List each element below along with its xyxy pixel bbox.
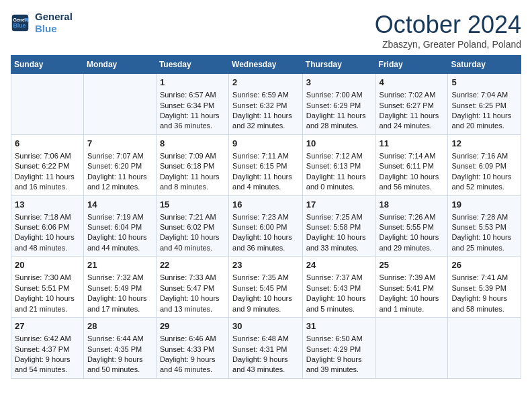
sunset-text: Sunset: 6:04 PM <box>87 223 142 231</box>
daylight-text: Daylight: 11 hours and 24 minutes. <box>380 111 439 130</box>
calendar-cell: 2Sunrise: 6:59 AMSunset: 6:32 PMDaylight… <box>229 74 303 135</box>
daylight-text: Daylight: 10 hours and 29 minutes. <box>380 233 439 251</box>
daylight-text: Daylight: 11 hours and 8 minutes. <box>160 173 220 191</box>
sunset-text: Sunset: 5:49 PM <box>87 284 142 292</box>
sunrise-text: Sunrise: 6:50 AM <box>306 334 363 342</box>
day-number: 25 <box>380 259 445 271</box>
logo-text-blue: Blue <box>35 23 73 35</box>
calendar-cell: 28Sunrise: 6:44 AMSunset: 4:35 PMDayligh… <box>83 318 156 379</box>
calendar-cell: 12Sunrise: 7:16 AMSunset: 6:09 PMDayligh… <box>448 134 521 195</box>
sunrise-text: Sunrise: 7:12 AM <box>306 152 363 160</box>
logo-text-general: General <box>35 11 73 23</box>
sunrise-text: Sunrise: 6:44 AM <box>87 334 144 342</box>
day-number: 7 <box>87 138 152 150</box>
calendar-table: SundayMondayTuesdayWednesdayThursdayFrid… <box>11 55 521 379</box>
calendar-cell: 15Sunrise: 7:21 AMSunset: 6:02 PMDayligh… <box>156 195 228 257</box>
day-number: 27 <box>15 320 80 332</box>
day-number: 26 <box>451 259 517 271</box>
day-number: 18 <box>380 199 445 211</box>
sunset-text: Sunset: 6:25 PM <box>451 101 506 109</box>
sunrise-text: Sunrise: 7:19 AM <box>87 213 144 221</box>
daylight-text: Daylight: 9 hours and 39 minutes. <box>306 355 362 373</box>
calendar-cell: 30Sunrise: 6:48 AMSunset: 4:31 PMDayligh… <box>229 318 303 379</box>
day-number: 20 <box>15 259 80 271</box>
daylight-text: Daylight: 10 hours and 33 minutes. <box>306 233 366 251</box>
calendar-cell: 9Sunrise: 7:11 AMSunset: 6:15 PMDaylight… <box>229 134 303 195</box>
calendar-cell: 29Sunrise: 6:46 AMSunset: 4:33 PMDayligh… <box>156 318 228 379</box>
sunset-text: Sunset: 5:41 PM <box>380 284 434 292</box>
sunset-text: Sunset: 5:53 PM <box>451 223 506 231</box>
location-subtitle: Zbaszyn, Greater Poland, Poland <box>375 39 521 50</box>
calendar-cell: 18Sunrise: 7:26 AMSunset: 5:55 PMDayligh… <box>375 195 448 257</box>
sunrise-text: Sunrise: 7:16 AM <box>451 152 508 160</box>
day-header-saturday: Saturday <box>448 56 521 74</box>
calendar-cell: 10Sunrise: 7:12 AMSunset: 6:13 PMDayligh… <box>302 134 375 195</box>
sunrise-text: Sunrise: 7:39 AM <box>380 273 436 281</box>
calendar-cell: 20Sunrise: 7:30 AMSunset: 5:51 PMDayligh… <box>11 257 84 318</box>
sunrise-text: Sunrise: 7:02 AM <box>380 91 436 99</box>
sunset-text: Sunset: 6:02 PM <box>160 223 214 231</box>
sunset-text: Sunset: 6:27 PM <box>380 101 434 109</box>
calendar-week-row: 13Sunrise: 7:18 AMSunset: 6:06 PMDayligh… <box>11 195 521 257</box>
calendar-cell: 19Sunrise: 7:28 AMSunset: 5:53 PMDayligh… <box>448 195 521 257</box>
calendar-cell <box>375 318 448 379</box>
day-number: 6 <box>15 138 80 150</box>
calendar-week-row: 20Sunrise: 7:30 AMSunset: 5:51 PMDayligh… <box>11 257 521 318</box>
sunset-text: Sunset: 5:47 PM <box>160 284 214 292</box>
day-number: 8 <box>160 138 225 150</box>
daylight-text: Daylight: 9 hours and 50 minutes. <box>87 355 143 373</box>
calendar-cell: 31Sunrise: 6:50 AMSunset: 4:29 PMDayligh… <box>302 318 375 379</box>
sunrise-text: Sunrise: 7:07 AM <box>87 152 144 160</box>
day-number: 12 <box>451 138 517 150</box>
sunrise-text: Sunrise: 6:42 AM <box>15 334 71 342</box>
sunset-text: Sunset: 4:35 PM <box>87 345 142 353</box>
day-header-tuesday: Tuesday <box>156 56 228 74</box>
month-title: October 2024 <box>375 11 521 39</box>
daylight-text: Daylight: 10 hours and 44 minutes. <box>87 233 147 251</box>
sunset-text: Sunset: 5:45 PM <box>232 284 287 292</box>
daylight-text: Daylight: 10 hours and 56 minutes. <box>380 173 439 191</box>
sunset-text: Sunset: 6:34 PM <box>160 101 214 109</box>
calendar-cell: 7Sunrise: 7:07 AMSunset: 6:20 PMDaylight… <box>83 134 156 195</box>
day-number: 21 <box>87 259 152 271</box>
calendar-cell <box>83 74 156 135</box>
daylight-text: Daylight: 10 hours and 48 minutes. <box>15 233 75 251</box>
sunset-text: Sunset: 4:33 PM <box>160 345 214 353</box>
day-header-wednesday: Wednesday <box>229 56 303 74</box>
calendar-cell: 16Sunrise: 7:23 AMSunset: 6:00 PMDayligh… <box>229 195 303 257</box>
sunrise-text: Sunrise: 7:06 AM <box>15 152 71 160</box>
calendar-header-row: SundayMondayTuesdayWednesdayThursdayFrid… <box>11 56 521 74</box>
sunrise-text: Sunrise: 7:00 AM <box>306 91 363 99</box>
day-header-friday: Friday <box>375 56 448 74</box>
daylight-text: Daylight: 11 hours and 12 minutes. <box>87 173 147 191</box>
sunset-text: Sunset: 6:18 PM <box>160 162 214 170</box>
calendar-cell: 3Sunrise: 7:00 AMSunset: 6:29 PMDaylight… <box>302 74 375 135</box>
day-number: 2 <box>232 77 299 89</box>
calendar-cell: 1Sunrise: 6:57 AMSunset: 6:34 PMDaylight… <box>156 74 228 135</box>
day-number: 30 <box>232 320 299 332</box>
calendar-cell: 24Sunrise: 7:37 AMSunset: 5:43 PMDayligh… <box>302 257 375 318</box>
sunrise-text: Sunrise: 6:46 AM <box>160 334 216 342</box>
calendar-week-row: 1Sunrise: 6:57 AMSunset: 6:34 PMDaylight… <box>11 74 521 135</box>
day-header-monday: Monday <box>83 56 156 74</box>
day-number: 3 <box>306 77 372 89</box>
calendar-cell: 4Sunrise: 7:02 AMSunset: 6:27 PMDaylight… <box>375 74 448 135</box>
daylight-text: Daylight: 11 hours and 36 minutes. <box>160 111 220 130</box>
daylight-text: Daylight: 10 hours and 9 minutes. <box>232 294 292 312</box>
sunrise-text: Sunrise: 7:04 AM <box>451 91 508 99</box>
day-number: 11 <box>380 138 445 150</box>
sunrise-text: Sunrise: 7:37 AM <box>306 273 363 281</box>
day-number: 29 <box>160 320 225 332</box>
calendar-cell: 27Sunrise: 6:42 AMSunset: 4:37 PMDayligh… <box>11 318 84 379</box>
daylight-text: Daylight: 10 hours and 36 minutes. <box>232 233 292 251</box>
sunrise-text: Sunrise: 7:32 AM <box>87 273 144 281</box>
sunrise-text: Sunrise: 6:48 AM <box>232 334 289 342</box>
sunrise-text: Sunrise: 7:28 AM <box>451 213 508 221</box>
sunset-text: Sunset: 5:43 PM <box>306 284 361 292</box>
sunrise-text: Sunrise: 7:41 AM <box>451 273 508 281</box>
daylight-text: Daylight: 11 hours and 4 minutes. <box>232 173 292 191</box>
calendar-cell: 14Sunrise: 7:19 AMSunset: 6:04 PMDayligh… <box>83 195 156 257</box>
calendar-week-row: 27Sunrise: 6:42 AMSunset: 4:37 PMDayligh… <box>11 318 521 379</box>
daylight-text: Daylight: 11 hours and 28 minutes. <box>306 111 366 130</box>
title-block: October 2024 Zbaszyn, Greater Poland, Po… <box>375 11 521 50</box>
